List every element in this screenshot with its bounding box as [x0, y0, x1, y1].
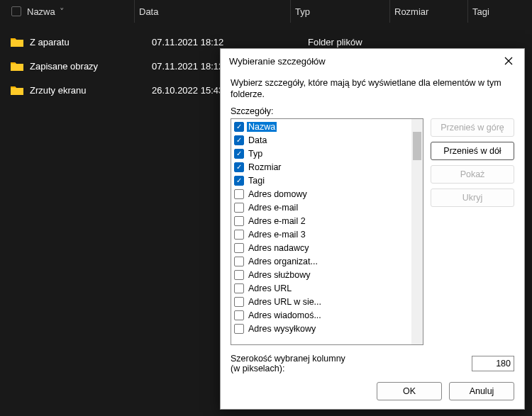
detail-checkbox[interactable] — [234, 230, 244, 240]
detail-checkbox[interactable] — [234, 162, 244, 172]
detail-label: Rozmiar — [247, 162, 283, 172]
column-label: Tagi — [472, 6, 489, 17]
dialog-titlebar: Wybieranie szczegółów — [221, 49, 524, 73]
column-width-input[interactable] — [472, 356, 514, 371]
folder-icon — [10, 84, 24, 96]
detail-checkbox[interactable] — [234, 283, 244, 293]
detail-item[interactable]: Adres URL — [231, 282, 411, 296]
width-label-1: Szerokość wybranej kolumny — [231, 354, 472, 364]
file-name: Z aparatu — [30, 37, 148, 47]
detail-checkbox[interactable] — [234, 135, 244, 145]
file-name: Zapisane obrazy — [30, 61, 148, 72]
dialog-title: Wybieranie szczegółów — [229, 56, 500, 67]
dialog-footer: OK Anuluj — [221, 373, 524, 409]
dialog-middle: NazwaDataTypRozmiarTagiAdres domowyAdres… — [231, 118, 514, 346]
detail-checkbox[interactable] — [234, 324, 244, 334]
detail-label: Adres e-mail 3 — [247, 230, 307, 240]
detail-checkbox[interactable] — [234, 122, 244, 132]
side-buttons: Przenieś w górę Przenieś w dół Pokaż Ukr… — [431, 118, 514, 346]
detail-checkbox[interactable] — [234, 243, 244, 253]
column-label: Data — [139, 6, 158, 17]
width-label-2: (w pikselach): — [231, 364, 472, 373]
move-down-button[interactable]: Przenieś w dół — [431, 142, 514, 160]
column-header-name[interactable]: Nazwa ˅ — [7, 0, 135, 23]
detail-checkbox[interactable] — [234, 216, 244, 226]
detail-item[interactable]: Adres e-mail — [231, 201, 411, 215]
file-type: Folder plików — [304, 37, 403, 47]
ok-button[interactable]: OK — [377, 382, 442, 400]
move-up-button[interactable]: Przenieś w górę — [431, 118, 514, 137]
detail-label: Adres wiadomoś... — [247, 310, 323, 320]
detail-item[interactable]: Adres nadawcy — [231, 242, 411, 255]
detail-label: Tagi — [247, 176, 266, 186]
folder-icon — [10, 36, 24, 47]
detail-item[interactable]: Adres wysyłkowy — [231, 322, 411, 336]
show-button[interactable]: Pokaż — [431, 165, 514, 184]
detail-label: Data — [247, 135, 268, 145]
file-date: 07.11.2021 18:12 — [148, 37, 304, 47]
detail-label: Adres e-mail — [247, 203, 299, 213]
detail-label: Adres wysyłkowy — [247, 324, 317, 334]
detail-item[interactable]: Data — [231, 134, 411, 147]
detail-item[interactable]: Adres URL w sie... — [231, 296, 411, 309]
column-header-size[interactable]: Rozmiar — [390, 0, 468, 23]
detail-item[interactable]: Adres e-mail 3 — [231, 228, 411, 242]
detail-checkbox[interactable] — [234, 203, 244, 213]
detail-label: Adres organizat... — [247, 257, 319, 266]
detail-item[interactable]: Adres wiadomoś... — [231, 309, 411, 322]
detail-item[interactable]: Adres e-mail 2 — [231, 215, 411, 228]
column-width-row: Szerokość wybranej kolumny (w pikselach)… — [231, 354, 514, 373]
detail-item[interactable]: Nazwa — [231, 120, 411, 134]
detail-checkbox[interactable] — [234, 270, 244, 280]
detail-item[interactable]: Adres służbowy — [231, 269, 411, 282]
column-label: Nazwa — [27, 6, 55, 17]
detail-checkbox[interactable] — [234, 149, 244, 159]
detail-checkbox[interactable] — [234, 310, 244, 320]
detail-label: Adres URL w sie... — [247, 297, 323, 307]
detail-checkbox[interactable] — [234, 257, 244, 266]
column-label: Rozmiar — [394, 6, 428, 17]
cancel-button[interactable]: Anuluj — [449, 382, 514, 400]
detail-item[interactable]: Typ — [231, 147, 411, 161]
detail-label: Typ — [247, 149, 264, 159]
details-label: Szczegóły: — [231, 106, 514, 116]
detail-item[interactable]: Rozmiar — [231, 161, 411, 174]
column-header-date[interactable]: Data — [135, 0, 291, 23]
column-header-tags[interactable]: Tagi — [468, 0, 532, 23]
choose-details-dialog: Wybieranie szczegółów Wybierz szczegóły,… — [220, 48, 525, 410]
detail-item[interactable]: Adres domowy — [231, 188, 411, 201]
dialog-instruction: Wybierz szczegóły, które mają być wyświe… — [231, 77, 514, 101]
detail-checkbox[interactable] — [234, 297, 244, 307]
column-header-type[interactable]: Typ — [291, 0, 390, 23]
folder-icon — [10, 60, 24, 72]
detail-label: Adres nadawcy — [247, 243, 310, 253]
detail-label: Adres służbowy — [247, 270, 312, 280]
detail-label: Nazwa — [247, 122, 277, 132]
column-headers: Nazwa ˅ Data Typ Rozmiar Tagi — [0, 0, 532, 23]
detail-item[interactable]: Tagi — [231, 174, 411, 188]
checkbox-placeholder — [11, 6, 21, 16]
detail-item[interactable]: Adres organizat... — [231, 255, 411, 269]
file-name: Zrzuty ekranu — [30, 85, 148, 96]
close-button[interactable] — [500, 52, 517, 69]
detail-checkbox[interactable] — [234, 176, 244, 186]
detail-label: Adres domowy — [247, 189, 309, 199]
details-list-inner: NazwaDataTypRozmiarTagiAdres domowyAdres… — [231, 119, 411, 345]
scrollbar-thumb[interactable] — [413, 132, 421, 160]
details-listbox[interactable]: NazwaDataTypRozmiarTagiAdres domowyAdres… — [231, 118, 423, 346]
scrollbar[interactable] — [411, 119, 423, 345]
detail-checkbox[interactable] — [234, 189, 244, 199]
detail-label: Adres e-mail 2 — [247, 216, 307, 226]
column-label: Typ — [295, 6, 310, 17]
sort-indicator-icon: ˅ — [60, 6, 65, 17]
width-labels: Szerokość wybranej kolumny (w pikselach)… — [231, 354, 472, 373]
dialog-body: Wybierz szczegóły, które mają być wyświe… — [221, 73, 524, 373]
hide-button[interactable]: Ukryj — [431, 189, 514, 207]
detail-label: Adres URL — [247, 283, 293, 293]
close-icon — [504, 57, 513, 65]
